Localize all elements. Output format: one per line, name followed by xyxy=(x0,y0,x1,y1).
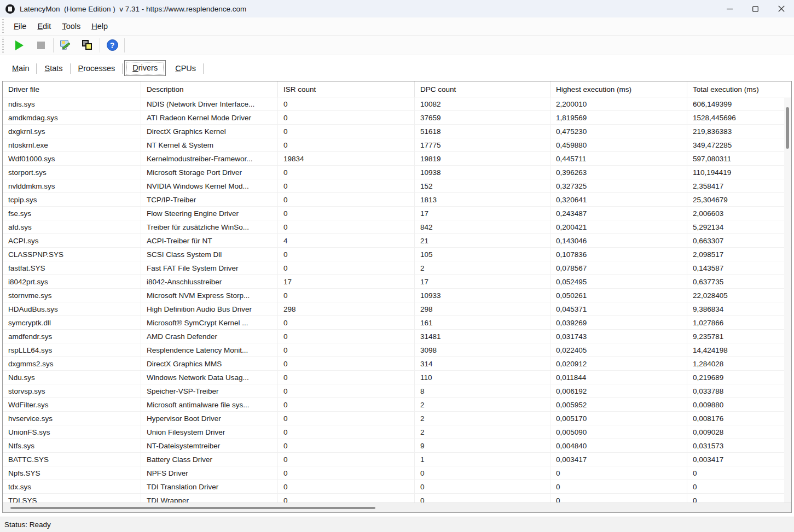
table-row[interactable]: Wdf01000.sysKernelmodustreiber-Framewor.… xyxy=(3,152,791,166)
menu-file[interactable]: File xyxy=(8,20,32,33)
table-row[interactable]: ntoskrnl.exeNT Kernel & System0177750,45… xyxy=(3,138,791,152)
stop-icon xyxy=(37,42,45,49)
table-row[interactable]: storvsp.sysSpeicher-VSP-Treiber080,00619… xyxy=(3,384,791,398)
cell-total-execution: 0 xyxy=(687,494,791,503)
table-row[interactable]: fastfat.SYSFast FAT File System Driver02… xyxy=(3,261,791,275)
column-header-highest-execution[interactable]: Highest execution (ms) xyxy=(550,81,687,97)
windows-button[interactable] xyxy=(77,37,98,54)
minimize-button[interactable] xyxy=(717,0,743,17)
table-row[interactable]: dxgkrnl.sysDirectX Graphics Kernel051618… xyxy=(3,125,791,138)
cell-driver-file: WdFilter.sys xyxy=(3,398,141,411)
cell-dpc-count: 10933 xyxy=(415,289,550,302)
cell-total-execution: 0,009880 xyxy=(687,398,791,411)
cell-driver-file: amdkmdag.sys xyxy=(3,111,141,124)
report-button[interactable] xyxy=(55,37,77,54)
cell-dpc-count: 17 xyxy=(415,275,550,288)
table-row[interactable]: amdfendr.sysAMD Crash Defender0314810,03… xyxy=(3,330,791,343)
cell-driver-file: Npfs.SYS xyxy=(3,466,141,480)
cell-isr-count: 0 xyxy=(278,439,415,452)
horizontal-scrollbar[interactable] xyxy=(3,502,791,512)
table-row[interactable]: TDI.SYSTDI Wrapper0000 xyxy=(3,494,791,503)
menubar-gripper[interactable] xyxy=(2,19,4,33)
table-row[interactable]: WdFilter.sysMicrosoft antimalware file s… xyxy=(3,398,791,412)
menu-edit[interactable]: Edit xyxy=(32,20,56,33)
table-row[interactable]: tdx.sysTDI Translation Driver0000 xyxy=(3,480,791,494)
tab-cpus[interactable]: CPUs xyxy=(167,61,204,76)
table-row[interactable]: BATTC.SYSBattery Class Driver010,0034170… xyxy=(3,453,791,466)
column-header-dpc-count[interactable]: DPC count xyxy=(415,81,550,97)
cell-total-execution: 0,637735 xyxy=(687,275,791,288)
table-row[interactable]: Npfs.SYSNPFS Driver0000 xyxy=(3,466,791,480)
cell-description: NPFS Driver xyxy=(141,466,278,480)
cell-dpc-count: 2 xyxy=(415,261,550,274)
column-header-driver-file[interactable]: Driver file xyxy=(3,81,141,97)
horizontal-scrollbar-thumb[interactable] xyxy=(10,507,375,509)
column-header-description[interactable]: Description xyxy=(141,81,278,97)
tab-main[interactable]: Main xyxy=(4,61,37,76)
table-row[interactable]: CLASSPNP.SYSSCSI Class System Dll01050,1… xyxy=(3,248,791,261)
cell-isr-count: 298 xyxy=(278,302,415,315)
stop-monitor-button[interactable] xyxy=(30,37,52,54)
table-row[interactable]: fse.sysFlow Steering Engine Driver0170,2… xyxy=(3,207,791,220)
cell-dpc-count: 110 xyxy=(415,371,550,384)
cell-total-execution: 0,143587 xyxy=(687,261,791,274)
table-row[interactable]: hvservice.sysHypervisor Boot Driver020,0… xyxy=(3,412,791,425)
start-monitor-button[interactable] xyxy=(8,37,30,54)
tab-stats[interactable]: Stats xyxy=(37,61,70,76)
table-row[interactable]: dxgmms2.sysDirectX Graphics MMS03140,020… xyxy=(3,357,791,371)
vertical-scrollbar[interactable] xyxy=(784,98,791,502)
table-row[interactable]: amdkmdag.sysATI Radeon Kernel Mode Drive… xyxy=(3,111,791,125)
app-icon[interactable] xyxy=(5,4,15,14)
status-text: Status: Ready xyxy=(4,521,51,529)
table-row[interactable]: stornvme.sysMicrosoft NVM Express Storp.… xyxy=(3,289,791,302)
table-row[interactable]: i8042prt.sysi8042-Anschlusstreiber17170,… xyxy=(3,275,791,289)
table-row[interactable]: HDAudBus.sysHigh Definition Audio Bus Dr… xyxy=(3,302,791,316)
toolbar-gripper[interactable] xyxy=(2,38,4,53)
cell-highest-execution: 0 xyxy=(550,480,687,493)
cell-total-execution: 0 xyxy=(687,480,791,493)
tab-processes[interactable]: Processes xyxy=(71,61,123,76)
cell-total-execution: 9,386834 xyxy=(687,302,791,315)
column-header-total-execution[interactable]: Total execution (ms) xyxy=(687,81,791,97)
cell-driver-file: BATTC.SYS xyxy=(3,453,141,466)
table-body: ndis.sysNDIS (Network Driver Interface..… xyxy=(3,97,791,503)
cell-driver-file: storport.sys xyxy=(3,166,141,179)
cell-driver-file: storvsp.sys xyxy=(3,384,141,397)
table-row[interactable]: Ntfs.sysNT-Dateisystemtreiber090,0048400… xyxy=(3,439,791,453)
maximize-button[interactable] xyxy=(743,0,768,17)
close-button[interactable] xyxy=(768,0,794,17)
cell-highest-execution: 0,445711 xyxy=(550,152,687,165)
table-row[interactable]: ACPI.sysACPI-Treiber für NT4210,1430460,… xyxy=(3,234,791,248)
table-row[interactable]: afd.sysTreiber für zusätzliche WinSo...0… xyxy=(3,220,791,234)
cell-highest-execution: 0,107836 xyxy=(550,248,687,261)
table-row[interactable]: symcryptk.dllMicrosoft® SymCrypt Kernel … xyxy=(3,316,791,330)
cell-isr-count: 0 xyxy=(278,371,415,384)
table-row[interactable]: ndis.sysNDIS (Network Driver Interface..… xyxy=(3,97,791,111)
table-row[interactable]: Ndu.sysWindows Network Data Usag...01100… xyxy=(3,371,791,384)
cell-driver-file: fastfat.SYS xyxy=(3,261,141,274)
table-row[interactable]: UnionFS.sysUnion Filesystem Driver020,00… xyxy=(3,425,791,439)
help-button[interactable]: ? xyxy=(101,37,123,54)
cell-total-execution: 5,292134 xyxy=(687,220,791,233)
vertical-scrollbar-thumb[interactable] xyxy=(786,107,789,149)
cell-isr-count: 0 xyxy=(278,357,415,370)
cell-description: Treiber für zusätzliche WinSo... xyxy=(141,220,278,233)
cell-driver-file: nvlddmkm.sys xyxy=(3,179,141,192)
cell-description: Kernelmodustreiber-Framewor... xyxy=(141,152,278,165)
cell-isr-count: 0 xyxy=(278,316,415,329)
cell-driver-file: hvservice.sys xyxy=(3,412,141,425)
cell-driver-file: ndis.sys xyxy=(3,97,141,110)
cell-isr-count: 0 xyxy=(278,220,415,233)
table-row[interactable]: storport.sysMicrosoft Storage Port Drive… xyxy=(3,166,791,179)
table-row[interactable]: nvlddmkm.sysNVIDIA Windows Kernel Mod...… xyxy=(3,179,791,193)
cell-isr-count: 0 xyxy=(278,384,415,397)
tab-drivers[interactable]: Drivers xyxy=(124,60,166,76)
table-row[interactable]: tcpip.sysTCP/IP-Treiber018130,32064125,3… xyxy=(3,193,791,207)
cell-isr-count: 0 xyxy=(278,138,415,151)
cell-dpc-count: 1 xyxy=(415,453,550,466)
table-row[interactable]: rspLLL64.sysResplendence Latency Monit..… xyxy=(3,343,791,357)
menu-tools[interactable]: Tools xyxy=(56,20,86,33)
menu-help[interactable]: Help xyxy=(86,20,113,33)
cell-driver-file: rspLLL64.sys xyxy=(3,343,141,356)
column-header-isr-count[interactable]: ISR count xyxy=(278,81,415,97)
